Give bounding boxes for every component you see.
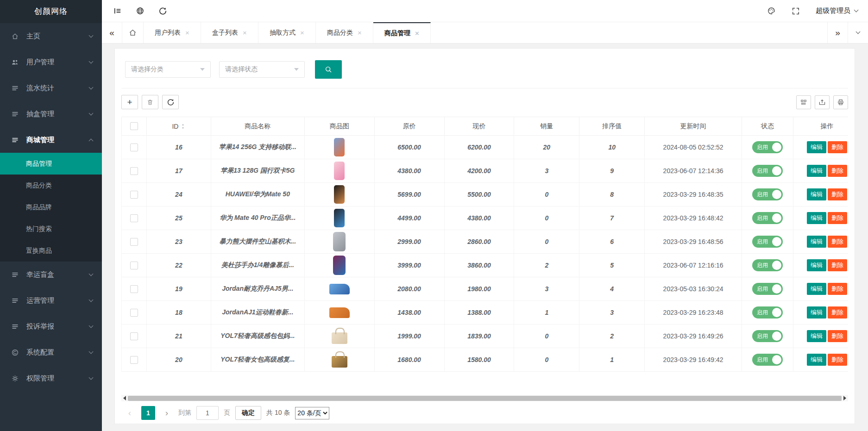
tabs-scroll-left-button[interactable]: « (102, 22, 122, 43)
column-header[interactable]: 原价 (374, 117, 444, 136)
status-toggle[interactable]: 启用 (752, 212, 783, 224)
column-header[interactable]: 排序值 (579, 117, 645, 136)
column-header[interactable]: 商品名称 (211, 117, 304, 136)
row-checkbox[interactable] (130, 214, 138, 222)
delete-button[interactable]: 删除 (828, 283, 847, 295)
scroll-right-arrow-icon[interactable] (843, 396, 846, 400)
tab-item[interactable]: 商品管理× (373, 22, 431, 43)
edit-button[interactable]: 编辑 (807, 165, 826, 177)
tab-item[interactable]: 用户列表× (144, 22, 201, 43)
export-button[interactable] (815, 95, 830, 109)
column-header[interactable]: 现价 (444, 117, 514, 136)
user-menu[interactable]: 超级管理员 (816, 6, 858, 15)
delete-button[interactable]: 删除 (828, 236, 847, 248)
status-toggle[interactable]: 启用 (752, 236, 783, 248)
goto-page-input[interactable] (196, 406, 219, 420)
close-icon[interactable]: × (415, 30, 419, 37)
tab-item[interactable]: 抽取方式× (258, 22, 316, 43)
delete-button[interactable]: 删除 (828, 330, 847, 342)
sidebar-item[interactable]: 运营管理 (0, 287, 102, 313)
refresh-table-button[interactable] (162, 95, 179, 109)
edit-button[interactable]: 编辑 (807, 259, 826, 271)
sidebar-subitem[interactable]: 热门搜索 (0, 218, 102, 240)
delete-button[interactable]: 删除 (828, 165, 847, 177)
edit-button[interactable]: 编辑 (807, 236, 826, 248)
print-button[interactable] (833, 95, 848, 109)
sidebar-item[interactable]: 投诉举报 (0, 313, 102, 339)
add-button[interactable]: + (121, 95, 138, 109)
status-toggle[interactable]: 启用 (752, 354, 783, 366)
row-checkbox[interactable] (130, 309, 138, 317)
row-checkbox[interactable] (130, 356, 138, 364)
column-header[interactable]: 操作 (793, 117, 849, 136)
delete-button[interactable]: 删除 (828, 212, 847, 224)
tabs-scroll-right-button[interactable]: » (827, 22, 848, 43)
column-header[interactable]: 商品图 (304, 117, 374, 136)
row-checkbox[interactable] (130, 167, 138, 175)
fullscreen-icon[interactable] (792, 7, 800, 15)
sidebar-item[interactable]: 主页 (0, 23, 102, 49)
column-header[interactable]: 销量 (514, 117, 579, 136)
status-toggle[interactable]: 启用 (752, 141, 783, 153)
sidebar-subitem[interactable]: 置换商品 (0, 240, 102, 262)
category-select[interactable]: 请选择分类 (125, 61, 211, 78)
delete-button[interactable]: 删除 (828, 259, 847, 271)
edit-button[interactable]: 编辑 (807, 283, 826, 295)
edit-button[interactable]: 编辑 (807, 330, 826, 342)
confirm-button[interactable]: 确定 (235, 406, 261, 420)
sidebar-subitem[interactable]: 商品分类 (0, 175, 102, 196)
delete-button[interactable]: 删除 (828, 188, 847, 200)
close-icon[interactable]: × (185, 29, 189, 36)
close-icon[interactable]: × (358, 29, 362, 36)
edit-button[interactable]: 编辑 (807, 141, 826, 153)
status-toggle[interactable]: 启用 (752, 306, 783, 319)
row-checkbox[interactable] (130, 191, 138, 199)
row-checkbox[interactable] (130, 285, 138, 293)
globe-icon[interactable] (136, 6, 145, 15)
refresh-icon[interactable] (158, 6, 167, 15)
close-icon[interactable]: × (300, 29, 304, 36)
sidebar-subitem[interactable]: 商品管理 (0, 153, 102, 175)
page-size-select[interactable]: 20 条/页 (295, 407, 329, 419)
current-page-button[interactable]: 1 (141, 406, 155, 420)
search-button[interactable] (315, 60, 342, 79)
select-all-checkbox[interactable] (130, 122, 138, 130)
column-header[interactable]: ID (146, 117, 211, 136)
horizontal-scrollbar[interactable] (121, 395, 848, 401)
theme-palette-icon[interactable] (767, 6, 776, 15)
tab-home[interactable] (122, 22, 144, 43)
edit-button[interactable]: 编辑 (807, 212, 826, 224)
status-toggle[interactable]: 启用 (752, 165, 783, 177)
sidebar-item[interactable]: 商城管理 (0, 127, 102, 153)
status-toggle[interactable]: 启用 (752, 283, 783, 295)
sidebar-item[interactable]: 权限管理 (0, 365, 102, 391)
tabs-menu-button[interactable] (848, 22, 868, 43)
row-checkbox[interactable] (130, 262, 138, 269)
status-toggle[interactable]: 启用 (752, 259, 783, 271)
next-page-button[interactable]: › (160, 406, 173, 420)
sidebar-item[interactable]: 系统配置 (0, 339, 102, 365)
row-checkbox[interactable] (130, 332, 138, 340)
sidebar-item[interactable]: 用户管理 (0, 49, 102, 75)
close-icon[interactable]: × (243, 29, 247, 36)
sidebar-item[interactable]: 流水统计 (0, 75, 102, 101)
status-select[interactable]: 请选择状态 (219, 61, 305, 78)
tab-item[interactable]: 盒子列表× (201, 22, 258, 43)
collapse-menu-icon[interactable] (113, 6, 122, 15)
delete-button[interactable]: 删除 (828, 354, 847, 366)
edit-button[interactable]: 编辑 (807, 354, 826, 366)
scrollbar-thumb[interactable] (128, 396, 842, 401)
row-checkbox[interactable] (130, 238, 138, 246)
sidebar-item[interactable]: 幸运盲盒 (0, 262, 102, 287)
column-header[interactable]: 状态 (742, 117, 793, 136)
columns-filter-button[interactable] (796, 95, 811, 109)
tab-item[interactable]: 商品分类× (316, 22, 373, 43)
delete-button[interactable]: 删除 (828, 141, 847, 153)
status-toggle[interactable]: 启用 (752, 330, 783, 342)
row-checkbox[interactable] (130, 144, 138, 151)
edit-button[interactable]: 编辑 (807, 188, 826, 200)
column-header[interactable]: 更新时间 (645, 117, 742, 136)
delete-button[interactable]: 删除 (828, 306, 847, 319)
sidebar-item[interactable]: 抽盒管理 (0, 101, 102, 127)
status-toggle[interactable]: 启用 (752, 188, 783, 200)
